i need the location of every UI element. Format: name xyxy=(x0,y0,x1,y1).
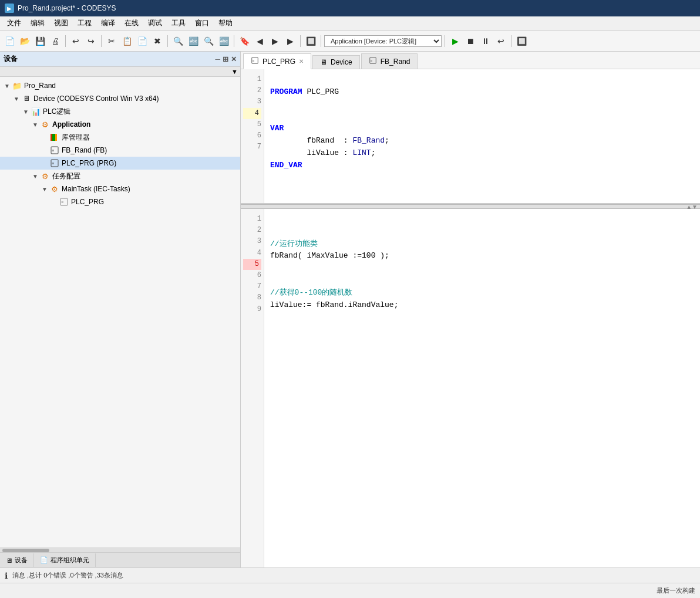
paste-btn[interactable]: 📄 xyxy=(135,34,149,48)
right-panel: ≡ PLC_PRG ✕ 🖥 Device ≡ FB_Rand xyxy=(241,52,700,567)
sep5 xyxy=(300,35,301,47)
next-btn[interactable]: ▶ xyxy=(268,34,282,48)
pou-tab-icon: 📄 xyxy=(40,556,48,564)
step-btn[interactable]: 🔲 xyxy=(514,34,529,48)
pause-btn[interactable]: ⏸ xyxy=(479,34,493,48)
scroll-thumb[interactable] xyxy=(2,549,49,552)
plc-label: PLC逻辑 xyxy=(43,107,70,117)
pane-splitter[interactable]: ▲▼ xyxy=(241,204,700,209)
toggle-plc[interactable]: ▼ xyxy=(21,107,31,116)
device-icon: 🖥 xyxy=(21,93,32,104)
tree-item-plc[interactable]: ▼ 📊 PLC逻辑 xyxy=(0,105,240,118)
lib-icon xyxy=(49,132,60,143)
tab-fbrand[interactable]: ≡ FB_Rand xyxy=(361,53,418,69)
tree-item-application[interactable]: ▼ ⚙ Application xyxy=(0,118,240,131)
replace-btn[interactable]: 🔍 xyxy=(201,34,216,48)
device-label: Device (CODESYS Control Win V3 x64) xyxy=(33,94,159,103)
devices-tab-label: 设备 xyxy=(15,556,28,565)
tab-fbrand-icon: ≡ xyxy=(369,56,377,66)
app-label: Application xyxy=(52,120,90,129)
icon-btn[interactable]: 🔲 xyxy=(304,34,318,48)
fb-label: FB_Rand (FB) xyxy=(62,146,107,154)
fb-icon: ≡ xyxy=(49,145,60,156)
tab-plcprg-label: PLC_PRG xyxy=(262,58,295,66)
menu-item-工程[interactable]: 工程 xyxy=(73,17,96,29)
stop-btn[interactable]: ⏹ xyxy=(463,34,477,48)
code-bottom-pane[interactable]: 1 2 3 4 5 6 7 8 9 //运行功能类 fbRand( iMaxVa… xyxy=(241,209,700,567)
toggle-tasks[interactable]: ▼ xyxy=(31,171,40,181)
close-panel-icon[interactable]: ✕ xyxy=(231,55,237,63)
code-content-bottom[interactable]: //运行功能类 fbRand( iMaxValue :=100 ); //获得0… xyxy=(264,209,700,567)
reset-btn[interactable]: ↩ xyxy=(494,34,508,48)
menu-item-调试[interactable]: 调试 xyxy=(143,17,167,29)
plcprg-icon: ≡ xyxy=(49,158,60,168)
find2-btn[interactable]: 🔤 xyxy=(186,34,200,48)
svg-text:≡: ≡ xyxy=(61,200,63,204)
main-layout: 设备 ─ ⊞ ✕ ▼ ▼ 📁 Pro_Rand ▼ 🖥 xyxy=(0,52,700,567)
tasks-icon: ⚙ xyxy=(40,171,51,181)
status-icon: ℹ xyxy=(5,571,8,580)
new-btn[interactable]: 📄 xyxy=(2,34,16,48)
code-top-pane[interactable]: 1 2 3 4 5 6 7 PROGRAM PLC_PRG VAR fbRand… xyxy=(241,69,700,204)
pro-rand-label: Pro_Rand xyxy=(24,82,56,90)
redo-btn[interactable]: ↪ xyxy=(84,34,98,48)
menu-item-视图[interactable]: 视图 xyxy=(49,17,73,29)
tree-item-pro-rand[interactable]: ▼ 📁 Pro_Rand xyxy=(0,79,240,92)
tree-item-plcprg2[interactable]: ▶ ≡ PLC_PRG xyxy=(0,195,240,208)
prev-btn[interactable]: ◀ xyxy=(253,34,267,48)
tree-item-lib[interactable]: ▶ 库管理器 xyxy=(0,131,240,144)
toggle-device[interactable]: ▼ xyxy=(12,94,21,103)
device-panel-header: 设备 ─ ⊞ ✕ xyxy=(0,52,240,67)
svg-text:≡: ≡ xyxy=(52,161,54,165)
run-btn[interactable]: ▶ xyxy=(448,34,462,48)
replace2-btn[interactable]: 🔤 xyxy=(217,34,231,48)
tab-device[interactable]: 🖥 Device xyxy=(312,55,360,69)
save-btn[interactable]: 💾 xyxy=(33,34,47,48)
delete-btn[interactable]: ✖ xyxy=(150,34,164,48)
plcprg2-icon: ≡ xyxy=(59,197,69,207)
open-btn[interactable]: 📂 xyxy=(18,34,32,48)
panel-header-icons: ─ ⊞ ✕ xyxy=(215,55,237,63)
menu-item-编辑[interactable]: 编辑 xyxy=(26,17,49,29)
tree-item-fb[interactable]: ▶ ≡ FB_Rand (FB) xyxy=(0,144,240,157)
cut-btn[interactable]: ✂ xyxy=(105,34,119,48)
maintask-label: MainTask (IEC-Tasks) xyxy=(62,185,130,193)
svg-rect-2 xyxy=(52,134,55,141)
tab-plcprg[interactable]: ≡ PLC_PRG ✕ xyxy=(243,53,311,69)
menu-item-帮助[interactable]: 帮助 xyxy=(214,17,237,29)
tree-dropdown-btn[interactable]: ▼ xyxy=(231,68,238,75)
tree-item-tasks[interactable]: ▼ ⚙ 任务配置 xyxy=(0,170,240,183)
next2-btn[interactable]: ▶ xyxy=(283,34,297,48)
code-content-top[interactable]: PROGRAM PLC_PRG VAR fbRand : FB_Rand; li… xyxy=(264,69,700,203)
menu-item-编译[interactable]: 编译 xyxy=(96,17,120,29)
tree-item-device[interactable]: ▼ 🖥 Device (CODESYS Control Win V3 x64) xyxy=(0,92,240,105)
tree-item-plcprg[interactable]: ▶ ≡ PLC_PRG (PRG) xyxy=(0,157,240,170)
plc-icon: 📊 xyxy=(31,106,41,117)
tab-devices[interactable]: 🖥 设备 xyxy=(0,553,34,567)
bottom-right-status-bar: 最后一次构建 xyxy=(0,583,700,598)
sep1 xyxy=(65,35,66,47)
editor-tabs: ≡ PLC_PRG ✕ 🖥 Device ≡ FB_Rand xyxy=(241,52,700,69)
sep6 xyxy=(321,35,321,47)
menu-item-在线[interactable]: 在线 xyxy=(120,17,143,29)
pin-icon[interactable]: ─ xyxy=(215,55,220,63)
menu-item-文件[interactable]: 文件 xyxy=(2,17,26,29)
menu-item-工具[interactable]: 工具 xyxy=(167,17,190,29)
tab-pou[interactable]: 📄 程序组织单元 xyxy=(34,553,96,567)
title-bar: ▶ Pro_Rand.project* - CODESYS xyxy=(0,0,700,16)
tab-plcprg-close[interactable]: ✕ xyxy=(299,58,304,65)
toggle-app[interactable]: ▼ xyxy=(31,120,40,129)
tree-item-maintask[interactable]: ▼ ⚙ MainTask (IEC-Tasks) xyxy=(0,183,240,195)
toggle-maintask[interactable]: ▼ xyxy=(40,184,49,194)
bookmark-btn[interactable]: 🔖 xyxy=(237,34,251,48)
menu-item-窗口[interactable]: 窗口 xyxy=(190,17,214,29)
find-btn[interactable]: 🔍 xyxy=(171,34,185,48)
toggle-pro-rand[interactable]: ▼ xyxy=(2,81,12,90)
left-panel-scrollbar[interactable] xyxy=(0,548,240,552)
float-icon[interactable]: ⊞ xyxy=(223,55,228,63)
copy-btn[interactable]: 📋 xyxy=(120,34,134,48)
print-btn[interactable]: 🖨 xyxy=(48,34,62,48)
device-selector[interactable]: Application [Device: PLC逻辑] xyxy=(324,35,442,47)
undo-btn[interactable]: ↩ xyxy=(69,34,83,48)
plcprg2-label: PLC_PRG xyxy=(71,198,104,206)
